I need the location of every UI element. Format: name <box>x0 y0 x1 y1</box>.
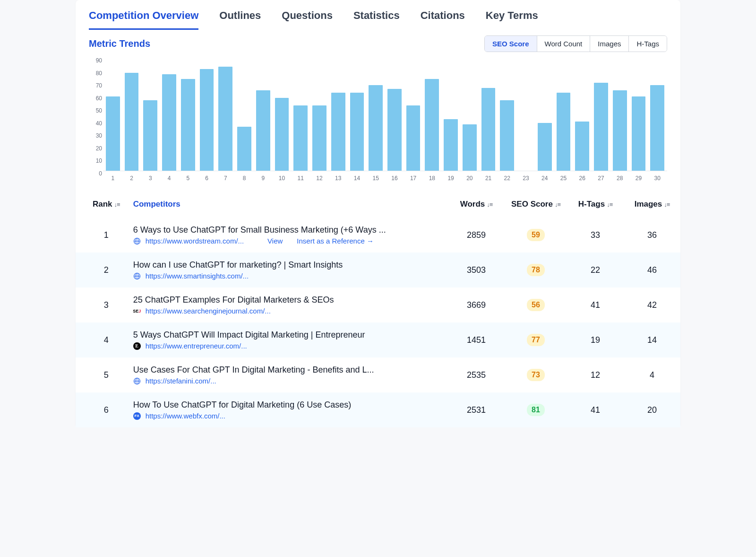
chart-bars <box>103 58 667 171</box>
view-link[interactable]: View <box>267 237 283 245</box>
competitor-url[interactable]: https://www.wordstream.com/... <box>146 237 244 245</box>
competitor-cell: 6 Ways to Use ChatGPT for Small Business… <box>127 218 448 252</box>
images-cell: 46 <box>624 252 680 287</box>
col-seo-score[interactable]: SEO Score↓≡ <box>505 191 567 218</box>
htags-cell: 19 <box>567 322 624 357</box>
images-cell: 36 <box>624 218 680 252</box>
col-htags[interactable]: H-Tags↓≡ <box>567 191 624 218</box>
words-cell: 3669 <box>448 287 505 322</box>
competitor-cell: 5 Ways ChatGPT Will Impact Digital Marke… <box>127 322 448 357</box>
tab-key-terms[interactable]: Key Terms <box>486 6 538 30</box>
x-tick: 9 <box>256 175 270 182</box>
x-tick: 8 <box>237 175 251 182</box>
x-tick: 17 <box>406 175 421 182</box>
bar <box>275 98 289 171</box>
bar <box>237 127 251 171</box>
sort-icon: ↓≡ <box>487 201 492 208</box>
sort-icon: ↓≡ <box>664 201 670 208</box>
competitor-cell: How To Use ChatGPT for Digital Marketing… <box>127 392 448 427</box>
htags-cell: 41 <box>567 392 624 427</box>
competitor-title: How To Use ChatGPT for Digital Marketing… <box>133 400 441 410</box>
table-row[interactable]: 6How To Use ChatGPT for Digital Marketin… <box>76 392 680 427</box>
competitor-cell: How can I use ChatGPT for marketing? | S… <box>127 252 448 287</box>
words-cell: 1451 <box>448 322 505 357</box>
x-tick: 27 <box>594 175 608 182</box>
table-row[interactable]: 2How can I use ChatGPT for marketing? | … <box>76 252 680 287</box>
metric-seo-score[interactable]: SEO Score <box>485 36 537 52</box>
metric-word-count[interactable]: Word Count <box>537 36 590 52</box>
words-cell: 2859 <box>448 218 505 252</box>
x-tick: 6 <box>200 175 214 182</box>
bar <box>594 83 608 171</box>
rank-cell: 5 <box>76 357 127 392</box>
metric-images[interactable]: Images <box>590 36 628 52</box>
competitor-title: 25 ChatGPT Examples For Digital Marketer… <box>133 295 441 305</box>
bar <box>613 90 627 171</box>
favicon-icon: FX <box>133 412 141 420</box>
rank-cell: 2 <box>76 252 127 287</box>
htags-cell: 41 <box>567 287 624 322</box>
col-competitors[interactable]: Competitors <box>127 191 448 218</box>
x-tick: 1 <box>106 175 120 182</box>
metric-toggle: SEO ScoreWord CountImagesH-Tags <box>484 35 667 52</box>
competitor-title: 5 Ways ChatGPT Will Impact Digital Marke… <box>133 330 441 340</box>
col-images[interactable]: Images↓≡ <box>624 191 680 218</box>
table-row[interactable]: 16 Ways to Use ChatGPT for Small Busines… <box>76 218 680 252</box>
tab-outlines[interactable]: Outlines <box>219 6 261 30</box>
favicon-icon: SEJ <box>133 307 141 315</box>
competitor-url[interactable]: https://www.webfx.com/... <box>146 412 225 420</box>
competitor-url[interactable]: https://www.entrepreneur.com/... <box>146 342 247 350</box>
metric-trends-chart: 9080706050403020100 12345678910111213141… <box>76 54 680 191</box>
competitor-title: How can I use ChatGPT for marketing? | S… <box>133 260 441 270</box>
htags-cell: 22 <box>567 252 624 287</box>
seo-badge: 78 <box>527 264 545 276</box>
images-cell: 14 <box>624 322 680 357</box>
seo-cell: 56 <box>505 287 567 322</box>
rank-cell: 6 <box>76 392 127 427</box>
seo-badge: 73 <box>527 369 545 381</box>
bar <box>256 90 270 171</box>
favicon-icon <box>133 237 141 245</box>
tab-questions[interactable]: Questions <box>282 6 333 30</box>
table-row[interactable]: 325 ChatGPT Examples For Digital Markete… <box>76 287 680 322</box>
col-rank[interactable]: Rank↓≡ <box>76 191 127 218</box>
competitors-table: Rank↓≡ Competitors Words↓≡ SEO Score↓≡ H… <box>76 191 680 427</box>
x-tick: 4 <box>162 175 176 182</box>
table-row[interactable]: 45 Ways ChatGPT Will Impact Digital Mark… <box>76 322 680 357</box>
x-tick: 21 <box>481 175 496 182</box>
x-tick: 12 <box>312 175 326 182</box>
sort-icon: ↓≡ <box>607 201 612 208</box>
competitor-title: 6 Ways to Use ChatGPT for Small Business… <box>133 225 441 235</box>
tab-citations[interactable]: Citations <box>421 6 465 30</box>
tab-competition-overview[interactable]: Competition Overview <box>89 6 198 30</box>
competitor-url[interactable]: https://stefanini.com/... <box>146 377 216 385</box>
bar <box>650 85 664 171</box>
bar <box>387 89 402 171</box>
table-row[interactable]: 5Use Cases For Chat GPT In Digital Marke… <box>76 357 680 392</box>
x-tick: 24 <box>538 175 552 182</box>
metric-h-tags[interactable]: H-Tags <box>628 36 667 52</box>
bar <box>575 122 589 171</box>
competitor-url[interactable]: https://www.searchenginejournal.com/... <box>146 307 271 315</box>
competitor-title: Use Cases For Chat GPT In Digital Market… <box>133 365 441 375</box>
bar <box>425 79 439 171</box>
words-cell: 3503 <box>448 252 505 287</box>
insert-reference-link[interactable]: Insert as a Reference → <box>297 237 374 245</box>
htags-cell: 33 <box>567 218 624 252</box>
col-words[interactable]: Words↓≡ <box>448 191 505 218</box>
chart-y-axis: 9080706050403020100 <box>89 58 102 171</box>
tabs: Competition OverviewOutlinesQuestionsSta… <box>76 0 680 30</box>
bar <box>162 74 176 171</box>
x-tick: 29 <box>632 175 646 182</box>
x-tick: 25 <box>557 175 571 182</box>
x-tick: 26 <box>575 175 589 182</box>
competitor-url[interactable]: https://www.smartinsights.com/... <box>146 272 249 280</box>
bar <box>369 85 383 171</box>
bar <box>125 73 139 171</box>
words-cell: 2535 <box>448 357 505 392</box>
x-tick: 28 <box>613 175 627 182</box>
images-cell: 42 <box>624 287 680 322</box>
x-tick: 10 <box>275 175 289 182</box>
tab-statistics[interactable]: Statistics <box>353 6 400 30</box>
bar <box>143 100 157 171</box>
